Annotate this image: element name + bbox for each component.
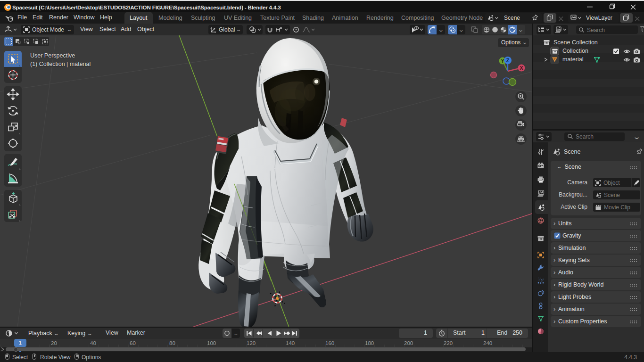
svg-text:X: X (520, 65, 523, 71)
svg-text:Y: Y (501, 58, 504, 64)
svg-text:Z: Z (506, 58, 510, 63)
